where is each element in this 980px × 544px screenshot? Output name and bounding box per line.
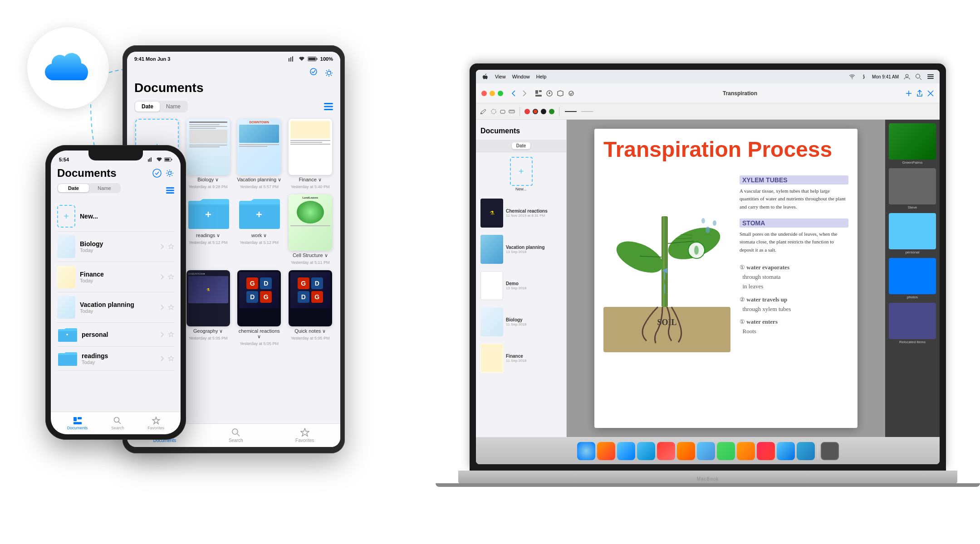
ipad-item-cellstructure[interactable]: LandLeaves Cell Structure ∨ Yesterday at… [288,194,333,265]
iphone-item-readings-name[interactable]: readings [82,352,154,359]
mac-toolbar-icon3[interactable] [557,90,564,97]
iphone-item-finance-name[interactable]: Finance [80,271,154,278]
mac-sidebar-item-vacation[interactable]: Vacation planning 13 Sep 2018 [476,232,566,267]
mac-menu-icon[interactable] [927,73,934,80]
mac-toolbar-icon1[interactable] [535,90,542,97]
close-button[interactable] [481,91,487,96]
ipad-sort-date[interactable]: Date [135,102,160,112]
ipad-item-finance[interactable]: Finance ∨ Yesterday at 5:40 PM [288,119,333,189]
svg-rect-11 [166,192,174,194]
iphone-tab-search[interactable]: Search [111,417,124,430]
right-panel-item3[interactable]: personal [889,213,936,254]
menu-view[interactable]: View [495,74,506,79]
dock-appstore-icon[interactable] [697,442,715,460]
ipad-item-quicknotes[interactable]: G D D G Quick notes ∨ Yesterday at 5:05 … [288,270,333,346]
ipad-item-biology[interactable]: Biology ∨ Yesterday at 9:28 PM [186,119,231,189]
mac-sidebar-date-btn[interactable]: Date [512,142,531,149]
iphone-list-view-icon[interactable] [166,187,174,194]
iphone-new-button[interactable]: + [57,205,75,228]
color-red[interactable] [524,109,530,114]
menu-help[interactable]: Help [536,74,547,79]
color-orange-selected[interactable] [533,109,538,114]
mac-toolbar-icon4[interactable] [568,90,575,97]
ipad-tab-favorites[interactable]: Favorites [295,428,314,443]
right-panel-item5[interactable]: Relocated Items [889,303,936,344]
mac-plus-icon[interactable] [905,90,912,97]
right-panel-item1[interactable]: GreenPalms [889,123,936,165]
star-icon3[interactable] [168,304,174,311]
ipad-tab-search[interactable]: Search [229,428,243,443]
dock-finder-icon[interactable] [577,442,595,460]
dock-photos-icon[interactable] [597,442,615,460]
mac-sidebar-item-demo[interactable]: Demo 13 Sep 2018 [476,268,566,303]
dock-facetime-icon[interactable] [717,442,735,460]
color-black[interactable] [541,109,546,114]
dock-ibooks-icon[interactable] [677,442,695,460]
mac-sidebar-item-biology[interactable]: Biology 11 Sep 2018 [476,305,566,339]
ipad-list-icon[interactable] [324,103,333,110]
macbook-main: Documents Date + New... [476,120,940,437]
svg-line-35 [920,78,921,80]
forward-icon[interactable] [520,90,528,97]
pencil-icon[interactable] [480,108,488,115]
line-weight-icon[interactable] [564,108,578,115]
mac-share-icon[interactable] [916,90,923,97]
dock-notes-icon[interactable] [797,442,815,460]
iphone-tab-favorites[interactable]: Favorites [147,417,164,430]
chevron-right-icon5 [159,355,165,362]
ipad-title: Documents [134,81,333,95]
dock-calendar-icon[interactable] [737,442,755,460]
svg-rect-40 [539,90,542,92]
ipad-item-work[interactable]: work ∨ Yesterday at 5:12 PM [236,194,282,265]
ipad-gear-icon[interactable] [324,68,334,78]
star-icon5[interactable] [168,355,174,362]
svg-point-34 [916,74,920,78]
iphone-sort-date[interactable]: Date [58,184,89,192]
ipad-item-vacation[interactable]: DOWNTOWN Vacation planning ∨ Yesterday a… [236,119,282,189]
svg-point-24 [327,71,331,75]
svg-point-48 [491,109,496,114]
ipad-item-readings[interactable]: readings ∨ Yesterday at 5:12 PM [186,194,231,265]
menu-window[interactable]: Window [512,74,530,79]
mac-sidebar-item-chemreactions[interactable]: ⚗ Chemical reactions 11 Nov 2019 at 8:31… [476,196,566,230]
iphone-tab-documents[interactable]: Documents [67,417,88,430]
line-weight-thin-icon[interactable] [580,108,594,115]
dock-mail-icon[interactable] [617,442,635,460]
ruler-icon[interactable] [509,108,515,115]
star-icon4[interactable] [168,331,174,338]
right-panel-item2[interactable]: Steve [889,168,936,209]
star-icon2[interactable] [168,274,174,280]
minimize-button[interactable] [490,91,495,96]
eraser-icon[interactable] [500,108,506,115]
transpiration-document[interactable]: Transpiration Process SOIL [594,129,858,428]
iphone-item-personal-name[interactable]: personal [82,331,154,338]
ipad-check-icon[interactable] [309,68,318,75]
svg-rect-39 [535,90,538,94]
iphone-new-label[interactable]: New... [80,213,174,220]
dock-keynote-icon[interactable] [777,442,795,460]
ipad-item-chemreactions[interactable]: G D D G chemical reactions ∨ Yesterday a… [236,270,282,346]
mac-toolbar-icon2[interactable] [546,90,553,97]
mac-sidebar-item-finance[interactable]: Finance 11 Sep 2018 [476,341,566,375]
iphone-item-vacation-name[interactable]: Vacation planning [80,301,154,308]
star-icon[interactable] [168,243,174,250]
ipad-sort-name[interactable]: Name [160,102,187,112]
dock-trash-icon[interactable] [821,442,839,460]
ipad-item-geography[interactable]: OXIDATION★ ⚗ Geography ∨ Yesterday at 5:… [186,270,231,346]
iphone-sort-name[interactable]: Name [89,184,120,192]
mac-sidebar-title: Documents [476,124,566,138]
dock-safari-icon[interactable] [637,442,655,460]
mac-close-doc-icon[interactable] [927,90,934,97]
mac-new-btn[interactable]: + New... [476,154,566,194]
dock-appstore2-icon[interactable] [757,442,775,460]
lasso-icon[interactable] [490,108,497,115]
right-panel-item4[interactable]: photos [889,258,936,299]
iphone-item-biology-name[interactable]: Biology [80,240,154,248]
color-green[interactable] [549,109,554,114]
mac-user-icon [903,73,911,80]
back-icon[interactable] [510,90,518,97]
mac-search-icon[interactable] [915,73,922,80]
maximize-button[interactable] [498,91,503,96]
svg-line-16 [118,422,121,424]
dock-music-icon[interactable] [657,442,675,460]
